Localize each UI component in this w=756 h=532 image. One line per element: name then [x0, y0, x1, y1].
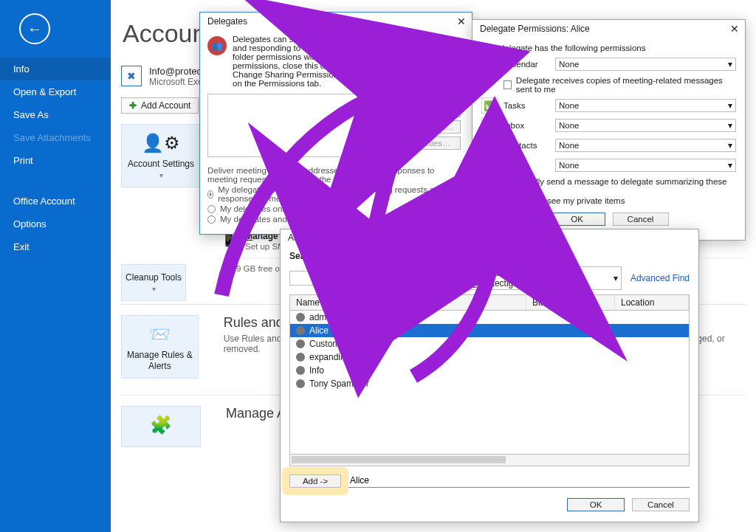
person-icon	[296, 313, 305, 322]
delegates-listbox[interactable]	[207, 94, 385, 157]
addusers-cancel-button[interactable]: Cancel	[632, 498, 690, 511]
calendar-select[interactable]: None▾	[555, 58, 736, 71]
backstage-sidebar: ← Info Open & Export Save As Save Attach…	[0, 0, 111, 532]
go-button[interactable]: Go	[419, 271, 447, 286]
auto-send-checkbox[interactable]	[481, 182, 489, 190]
account-settings-icon: 👤⚙	[125, 132, 197, 154]
chevron-down-icon: ▾	[728, 120, 732, 131]
address-book-select[interactable]: Global Address List - Info@protectigate.…	[452, 266, 622, 290]
close-icon[interactable]: ✕	[457, 15, 466, 27]
sidebar-item-office-account[interactable]: Office Account	[0, 190, 111, 213]
notes-icon: 🟨	[481, 157, 498, 173]
inbox-icon: 📂	[481, 117, 498, 134]
cleanup-tools-tile[interactable]: Cleanup Tools ▾	[121, 264, 186, 301]
radio-delegates-copy[interactable]: My delegates only, but send a copy of me…	[207, 185, 464, 203]
notes-select[interactable]: None▾	[555, 159, 736, 172]
user-row[interactable]: Alice	[290, 324, 689, 337]
addusers-title: Add Users	[288, 232, 329, 243]
search-label: Search:	[289, 251, 322, 261]
close-icon[interactable]: ✕	[730, 23, 739, 35]
sidebar-item-print[interactable]: Print	[0, 149, 111, 172]
chevron-down-icon: ▾	[728, 160, 732, 170]
delegate-intro-icon: 👥	[207, 36, 227, 55]
remove-delegate-button: Remove	[393, 104, 461, 117]
calendar-icon: 📅	[481, 56, 498, 72]
person-icon	[296, 326, 305, 335]
added-users-field[interactable]	[348, 474, 690, 488]
search-input[interactable]	[289, 271, 415, 286]
perm-row-contacts: 👤 Contacts None▾	[481, 137, 736, 153]
grid-header: Name Title Business Phone Location	[289, 294, 690, 311]
delegate-permissions-dialog: Delegate Permissions: Alice ✕ This deleg…	[472, 19, 746, 241]
user-row[interactable]: expanding	[290, 350, 689, 364]
sidebar-item-save-as[interactable]: Save As	[0, 103, 111, 126]
perm-row-notes: 🟨 Notes None▾	[481, 157, 736, 173]
chevron-down-icon: ▾	[159, 171, 163, 179]
manage-rules-tile[interactable]: 📨 Manage Rules & Alerts	[121, 315, 199, 379]
delegates-dialog: Delegates ✕ 👥 Delegates can send items o…	[199, 12, 472, 235]
radio-name-only[interactable]: Name only	[326, 252, 379, 260]
chevron-down-icon: ▾	[728, 59, 732, 69]
sidebar-item-save-attachments: Save Attachments	[0, 126, 111, 149]
contacts-select[interactable]: None▾	[555, 139, 736, 152]
perm-row-calendar: 📅 Calendar None▾	[481, 56, 736, 72]
tasks-icon: ✅	[481, 97, 498, 114]
properties-button: Properties…	[393, 137, 461, 150]
account-settings-tile[interactable]: 👤⚙ Account Settings ▾	[121, 124, 201, 187]
person-icon	[296, 339, 305, 348]
perm-row-tasks: ✅ Tasks None▾	[481, 97, 736, 114]
user-row[interactable]: admin	[290, 311, 689, 324]
user-row[interactable]: Tony Spammer	[290, 377, 689, 390]
horizontal-scrollbar[interactable]	[289, 455, 690, 466]
perm-title: Delegate Permissions: Alice	[480, 24, 590, 34]
person-icon	[296, 366, 305, 375]
user-row[interactable]: Info	[290, 364, 689, 377]
radio-more-columns[interactable]: More columns	[384, 252, 450, 260]
users-grid[interactable]: adminAliceCustomerexpandingInfoTony Spam…	[289, 311, 690, 455]
deliver-intro: Deliver meeting requests addressed to me…	[207, 166, 464, 184]
addusers-ok-button[interactable]: OK	[567, 498, 625, 511]
back-button[interactable]: ←	[19, 13, 50, 44]
back-arrow-icon: ←	[27, 21, 42, 38]
advanced-find-link[interactable]: Advanced Find	[630, 273, 690, 283]
add-users-dialog: Add Users Search: Name only More columns…	[280, 229, 699, 522]
sidebar-item-options[interactable]: Options	[0, 213, 111, 235]
plus-icon: ✚	[129, 100, 137, 111]
sidebar-item-open-export[interactable]: Open & Export	[0, 80, 111, 103]
contacts-icon: 👤	[481, 137, 498, 153]
radio-delegates-only[interactable]: My delegates only	[207, 204, 464, 213]
chevron-down-icon: ▾	[152, 285, 156, 293]
delegates-intro: Delegates can send items on your behalf,…	[233, 35, 464, 88]
add-delegate-button[interactable]: Add…	[393, 88, 461, 101]
delegates-title: Delegates	[207, 16, 247, 27]
person-icon	[296, 379, 305, 388]
chevron-down-icon: ▾	[614, 273, 618, 283]
rules-icon: 📨	[125, 323, 195, 345]
radio-delegates-and-me[interactable]: My delegates and me	[207, 215, 464, 224]
manage-apps-tile[interactable]: 🧩	[121, 406, 201, 447]
add-account-button[interactable]: ✚ Add Account	[121, 97, 199, 114]
apps-icon: 🧩	[125, 414, 197, 436]
user-row[interactable]: Customer	[290, 337, 689, 350]
copies-checkbox[interactable]	[504, 80, 512, 89]
sidebar-item-info[interactable]: Info	[0, 58, 111, 80]
perm-row-inbox: 📂 Inbox None▾	[481, 117, 736, 134]
private-items-checkbox[interactable]	[481, 196, 490, 205]
exchange-icon: ✖	[121, 66, 142, 86]
perm-intro: This delegate has the following permissi…	[481, 44, 736, 52]
chevron-down-icon: ▾	[728, 140, 732, 151]
perm-ok-button[interactable]: OK	[549, 213, 605, 226]
person-icon	[296, 353, 305, 362]
chevron-down-icon: ▾	[728, 100, 732, 111]
address-book-label: Address Book	[470, 251, 530, 261]
tasks-select[interactable]: None▾	[555, 99, 736, 112]
permissions-button: Permissions…	[393, 120, 461, 134]
sidebar-item-exit[interactable]: Exit	[0, 235, 111, 258]
inbox-select[interactable]: None▾	[555, 119, 736, 132]
perm-cancel-button[interactable]: Cancel	[613, 213, 669, 226]
add-to-button[interactable]: Add ->	[289, 474, 341, 488]
